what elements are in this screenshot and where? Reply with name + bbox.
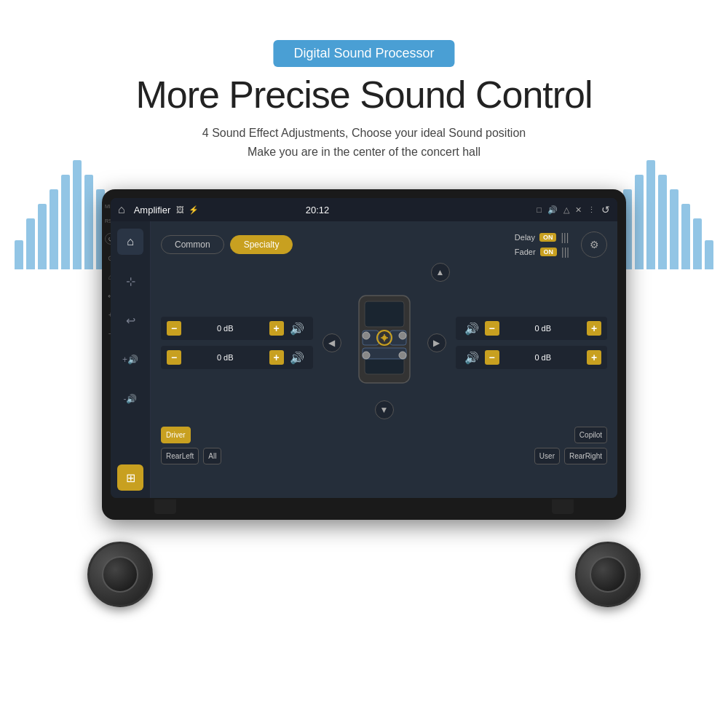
speaker-right [575,542,641,607]
rear-left-plus[interactable]: + [269,350,284,365]
back-status-icon[interactable]: ↺ [601,204,610,215]
tab-specialty[interactable]: Specialty [230,235,293,254]
position-buttons-row2: RearLeft All User RearRight [161,448,607,464]
device-container: MIC RST ⏻ ⊙ ⌂ ↩ + − ⊹ 〜 ⊞ ⌂ Amplifier 🖼 … [102,189,626,607]
car-svg [344,288,424,397]
delay-label: Delay [515,233,535,242]
delay-on-badge[interactable]: ON [539,233,557,242]
sub-title: 4 Sound Effect Adjustments, Choose your … [0,124,728,161]
menu-status-icon[interactable]: ⋮ [587,205,596,215]
svg-point-10 [363,332,370,339]
home-icon[interactable]: ⌂ [118,203,125,216]
fader-row: Fader ON ||| [515,246,569,258]
front-right-speaker-icon: 🔊 [464,322,479,336]
app-name: Amplifier [134,205,171,215]
tab-row: Common Specialty Delay ON ||| Fader ON [161,232,607,258]
rear-right-plus[interactable]: + [587,350,601,365]
delay-fader-section: Delay ON ||| Fader ON ||| [515,232,569,258]
rear-right-minus[interactable]: − [485,350,499,365]
rear-right-db: 0 dB [502,353,585,362]
close-status-icon: ✕ [575,205,582,215]
sidebar-vol-down[interactable]: -🔊 [117,386,143,412]
speaker-inner-left [102,556,138,593]
delay-bars-icon: ||| [561,232,569,243]
right-status: □ 🔊 △ ✕ ⋮ ↺ [537,204,610,215]
pos-user[interactable]: User [534,448,560,464]
eject-status-icon: △ [563,205,569,215]
sidebar-expand[interactable]: ⊞ [117,464,143,491]
pos-copilot[interactable]: Copilot [574,427,607,443]
arrow-up-btn[interactable]: ▲ [431,263,450,282]
time-display: 20:12 [306,205,330,215]
usb-icon: ⚡ [189,205,199,215]
position-buttons-row: Driver Copilot [161,427,607,443]
rear-left-speaker-icon: 🔊 [290,351,304,365]
speaker-left [87,542,153,607]
front-left-db: 0 dB [184,324,266,333]
head-unit: MIC RST ⏻ ⊙ ⌂ ↩ + − ⊹ 〜 ⊞ ⌂ Amplifier 🖼 … [102,189,626,520]
rear-right-control: 🔊 − 0 dB + [456,346,608,369]
dsp-panel: Common Specialty Delay ON ||| Fader ON [151,221,617,498]
sidebar-home[interactable]: ⌂ [117,229,143,255]
foot-left [154,499,176,514]
front-left-plus[interactable]: + [269,321,284,336]
left-sidebar: ⌂ ⊹ ↩ +🔊 -🔊 ⊞ [111,221,151,498]
delay-row: Delay ON ||| [515,232,569,243]
speaker-inner-right [590,556,626,593]
fader-on-badge[interactable]: ON [540,248,558,256]
sidebar-vol-up[interactable]: +🔊 [117,347,143,373]
bottom-speakers [102,542,626,607]
svg-point-12 [363,352,370,359]
main-title: More Precise Sound Control [0,73,728,116]
front-left-minus[interactable]: − [167,321,181,336]
sidebar-eq[interactable]: ⊹ [117,268,143,294]
car-diagram: ▲ ◀ [319,266,450,419]
pos-rearleft[interactable]: RearLeft [161,448,199,464]
arrow-down-btn[interactable]: ▼ [375,400,394,419]
fader-bars-icon: ||| [561,246,569,258]
arrow-left-btn[interactable]: ◀ [323,333,341,352]
pos-driver[interactable]: Driver [161,427,191,443]
front-right-plus[interactable]: + [587,321,601,336]
volume-status-icon: 🔊 [547,205,558,215]
speaker-grid: − 0 dB + 🔊 − 0 dB + 🔊 [161,266,607,419]
front-right-minus[interactable]: − [485,321,499,336]
svg-rect-1 [365,301,404,327]
rear-right-speaker-icon: 🔊 [464,351,479,365]
dsp-settings-btn[interactable]: ⚙ [581,232,607,258]
image-icon: 🖼 [176,205,184,214]
app-content: ⌂ ⊹ ↩ +🔊 -🔊 ⊞ Common Specialty [111,221,617,498]
arrow-right-btn[interactable]: ▶ [427,333,446,352]
pos-rearright[interactable]: RearRight [564,448,607,464]
rear-left-db: 0 dB [184,353,266,362]
svg-point-9 [382,336,387,340]
rear-left-control: − 0 dB + 🔊 [161,346,313,369]
front-right-control: 🔊 − 0 dB + [456,317,608,340]
device-feet [111,499,617,514]
tab-common[interactable]: Common [161,235,224,254]
pos-all[interactable]: All [203,448,221,464]
right-speaker-controls: 🔊 − 0 dB + 🔊 − 0 dB + [456,317,608,369]
screen: ⌂ Amplifier 🖼 ⚡ 20:12 □ 🔊 △ ✕ ⋮ ↺ [111,198,617,498]
svg-point-13 [399,352,406,359]
foot-right [552,499,574,514]
status-icons-left: 🖼 ⚡ [176,205,199,215]
status-bar: ⌂ Amplifier 🖼 ⚡ 20:12 □ 🔊 △ ✕ ⋮ ↺ [111,198,617,221]
camera-status-icon: □ [537,205,542,214]
svg-point-11 [399,332,406,339]
front-left-speaker-icon: 🔊 [290,322,304,336]
spacer2 [226,448,529,464]
fader-label: Fader [515,248,536,256]
sidebar-back[interactable]: ↩ [117,307,143,333]
front-right-db: 0 dB [502,324,585,333]
left-speaker-controls: − 0 dB + 🔊 − 0 dB + 🔊 [161,317,313,369]
front-left-control: − 0 dB + 🔊 [161,317,313,340]
rear-left-minus[interactable]: − [167,350,181,365]
header-badge: Digital Sound Processor [273,40,454,67]
car-row: ◀ [323,288,446,397]
